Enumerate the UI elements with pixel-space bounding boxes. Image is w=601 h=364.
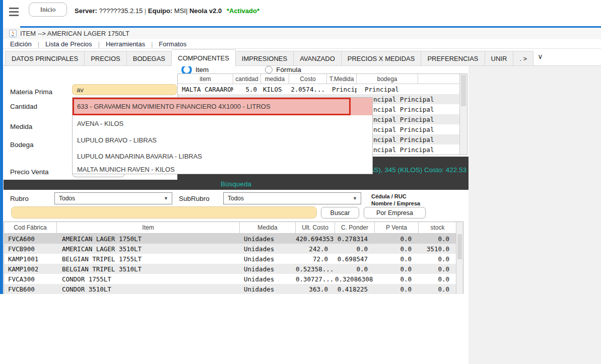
result-row-selected[interactable]: FVCA600 AMERICAN LAGER 1750LT Unidades 4… — [4, 234, 463, 244]
cedula-hint: Cédula / RUC Nombre / Empresa — [371, 193, 420, 207]
col-header-cod-fabrica: Cod Fábrica — [4, 222, 57, 233]
suggestion-item[interactable]: LUPULO BRAVO - LIBRAS — [73, 132, 372, 149]
materia-prima-label: Materia Prima — [10, 88, 52, 96]
tab-componentes[interactable]: COMPONENTES — [172, 49, 236, 66]
buscar-button-label: Buscar — [330, 209, 350, 216]
tab-unir[interactable]: UNIR — [485, 51, 514, 66]
tab-preferencias[interactable]: PREFERENCIAS — [421, 51, 485, 66]
precio-venta-label: Precio Venta — [10, 168, 49, 176]
component-row[interactable]: ncipal Principal — [373, 124, 434, 134]
server-label: Server: — [75, 7, 97, 15]
separator: | — [145, 7, 146, 15]
component-row[interactable]: ncipal Principal — [373, 134, 434, 144]
rubro-select[interactable]: Todos ▼ — [54, 192, 172, 204]
results-table-scrollbar[interactable] — [456, 222, 463, 294]
cedula-hint-line1: Cédula / RUC — [371, 193, 420, 200]
component-row[interactable]: MALTA CARAAROMA... 5.0 KILOS 2.0574... P… — [178, 84, 459, 94]
equipo-label: Equipo: — [148, 7, 172, 15]
result-row[interactable]: FVCA300 CONDOR 1755LT Unidades 0.30727..… — [4, 274, 463, 284]
rubro-label: Rubro — [10, 195, 29, 202]
server-value: ??????35.2.15 — [99, 7, 143, 15]
cedula-hint-line2: Nombre / Empresa — [371, 200, 420, 207]
dropdown-arrow-icon: ▼ — [353, 196, 357, 201]
hamburger-menu-icon[interactable] — [9, 6, 19, 18]
right-gray-area — [469, 66, 601, 364]
tab-precios[interactable]: PRECIOS — [85, 51, 127, 66]
col-header-p-venta: P Venta — [375, 222, 419, 233]
bodega-label: Bodega — [10, 141, 34, 149]
scrollbar-thumb[interactable] — [461, 75, 466, 106]
radio-item-label: Item — [195, 66, 209, 74]
menu-item-formatos[interactable]: Formatos — [159, 40, 186, 48]
tab-bar: DATOS PRINCIPALES PRECIOS BODEGAS COMPON… — [3, 49, 601, 66]
component-row[interactable]: ncipal Principal — [373, 114, 434, 124]
top-bar: Inicio Server: ??????35.2.15 | Equipo: M… — [3, 0, 601, 27]
server-status-line: Server: ??????35.2.15 | Equipo: MSI| Neo… — [75, 7, 259, 15]
result-row[interactable]: FVCB600 CONDOR 3510LT Unidades 363.0 0.4… — [4, 284, 463, 294]
buscar-button[interactable]: Buscar — [321, 207, 359, 219]
suggestion-item-selected[interactable]: 633 - GRAVAMEN MOVIMIENTO FINANCIERO 4X1… — [73, 98, 372, 115]
tab-datos-principales[interactable]: DATOS PRINCIPALES — [5, 51, 85, 66]
suggestion-item[interactable]: AVENA - KILOS — [73, 115, 372, 132]
busqueda-section-title: Búsqueda — [4, 180, 469, 188]
result-row[interactable]: KAMP1001 BELGIAN TRIPEL 1755LT Unidades … — [4, 254, 463, 264]
results-table: Cod Fábrica Item Medida Ult. Costo C. Po… — [4, 222, 463, 294]
tab-overflow-arrow[interactable]: . > — [513, 51, 533, 66]
tab-bodegas[interactable]: BODEGAS — [127, 51, 172, 66]
por-empresa-button-label: Por Empresa — [376, 209, 413, 216]
materia-prima-input[interactable]: av — [72, 84, 177, 95]
radio-formula-label: Fórmula — [276, 66, 301, 74]
components-table-header: item cantidad medida Costo T.Medida bode… — [178, 74, 459, 84]
tab-avanzado[interactable]: AVANZADO — [294, 51, 342, 66]
col-header-bodega: bodega — [357, 74, 418, 84]
subrubro-select[interactable]: Todos ▼ — [223, 192, 361, 204]
subrubro-value: Todos — [228, 195, 244, 202]
scrollbar-thumb[interactable] — [457, 234, 462, 259]
result-row[interactable]: KAMP1002 BELGIAN TRIPEL 3510LT Unidades … — [4, 264, 463, 274]
col-header-costo: Costo — [289, 74, 327, 84]
col-header-item: item — [178, 74, 233, 84]
por-empresa-button[interactable]: Por Empresa — [364, 207, 426, 219]
col-header-tmedida: T.Medida — [327, 74, 357, 84]
equipo-value: MSI| — [174, 7, 188, 15]
component-row[interactable]: ncipal Principal — [373, 94, 434, 104]
busqueda-search-input[interactable] — [11, 206, 317, 219]
inicio-button[interactable]: Inicio — [29, 3, 67, 17]
chevron-down-icon[interactable]: ∨ — [538, 52, 543, 60]
results-table-header: Cod Fábrica Item Medida Ult. Costo C. Po… — [4, 222, 463, 234]
rubro-value: Todos — [59, 195, 75, 202]
menu-separator: | — [151, 40, 153, 48]
menu-item-edicion[interactable]: Edición — [10, 40, 32, 48]
cantidad-label: Cantidad — [10, 103, 37, 110]
radio-group-source: Item Fórmula — [181, 66, 301, 74]
result-row[interactable]: FVCB900 AMERICAN LAGER 3510LT Unidades 2… — [4, 244, 463, 254]
col-header-medida: medida — [261, 74, 289, 84]
subrubro-label: SubRubro — [179, 195, 210, 202]
app-version: Neola v2.0 — [189, 7, 222, 15]
col-header-medida: Medida — [240, 222, 296, 233]
menu-separator: | — [38, 40, 39, 48]
activation-status: *Activado* — [224, 7, 259, 15]
window-title: ITEM --> AMERICAN LAGER 1750LT — [20, 30, 129, 37]
col-header-ult-costo: Ult. Costo — [296, 222, 335, 233]
menu-item-lista-de-precios[interactable]: Lista de Precios — [45, 40, 92, 48]
tab-precios-x-medidas[interactable]: PRECIOS X MEDIDAS — [342, 51, 422, 66]
component-row[interactable]: ncipal Principal — [373, 144, 434, 155]
radio-formula[interactable] — [265, 66, 273, 74]
suggestion-item[interactable]: MALTA MUNICH RAVEN - KILOS — [73, 164, 372, 174]
menu-separator: | — [98, 40, 100, 48]
dropdown-arrow-icon: ▼ — [164, 196, 168, 201]
tab-impresiones[interactable]: IMPRESIONES — [236, 51, 294, 66]
suggestions-dropdown: 633 - GRAVAMEN MOVIMIENTO FINANCIERO 4X1… — [72, 97, 373, 174]
col-header-c-ponder: C. Ponder — [335, 222, 375, 233]
component-row[interactable]: ncipal Principal — [373, 104, 434, 114]
menu-bar: Edición | Lista de Precios | Herramienta… — [3, 39, 601, 49]
menu-item-herramientas[interactable]: Herramientas — [106, 40, 145, 48]
col-header-cantidad: cantidad — [233, 74, 261, 84]
suggestion-item[interactable]: LUPULO MANDARINA BAVARIA - LIBRAS — [73, 149, 372, 164]
components-table-scrollbar[interactable] — [459, 74, 467, 155]
materia-prima-input-value: av — [77, 86, 84, 94]
col-header-stock: stock — [419, 222, 456, 233]
medida-label: Medida — [10, 123, 32, 130]
inicio-button-label: Inicio — [40, 6, 55, 14]
